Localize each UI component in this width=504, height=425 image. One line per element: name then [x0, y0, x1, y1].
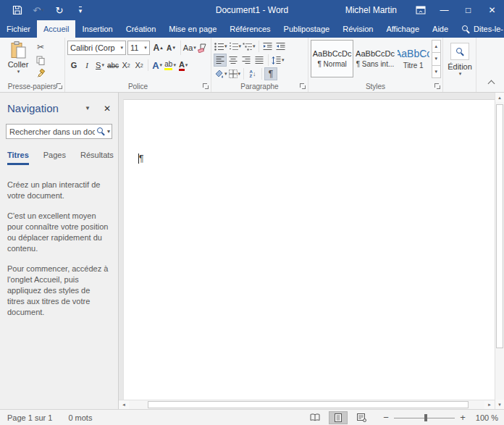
- styles-dialog-launcher[interactable]: [434, 83, 440, 89]
- style-heading1[interactable]: AaBbCc Titre 1: [397, 40, 430, 77]
- zoom-out-button[interactable]: −: [382, 412, 390, 423]
- borders-button[interactable]: ▾: [228, 67, 242, 80]
- ribbon-tab-bar: Fichier Accueil Insertion Création Mise …: [0, 20, 504, 38]
- vertical-scrollbar[interactable]: ▲ ▼: [495, 93, 504, 409]
- highlight-button[interactable]: ab▾: [164, 59, 177, 72]
- clipboard-dialog-launcher[interactable]: [56, 83, 62, 89]
- align-center-button[interactable]: [227, 54, 240, 67]
- multilevel-list-icon: [243, 43, 252, 51]
- bold-button[interactable]: G: [67, 59, 80, 72]
- vertical-scroll-track[interactable]: [495, 102, 504, 400]
- align-right-button[interactable]: [240, 54, 253, 67]
- maximize-button[interactable]: □: [456, 0, 480, 20]
- account-name[interactable]: Michel Martin: [345, 5, 397, 15]
- change-case-button[interactable]: Aa▾: [183, 41, 196, 54]
- style-name: Titre 1: [403, 62, 424, 70]
- tab-insertion[interactable]: Insertion: [75, 20, 119, 38]
- style-no-spacing[interactable]: AaBbCcDc ¶ Sans int...: [353, 40, 396, 77]
- font-name-combobox[interactable]: Calibri (Corp▾: [67, 41, 126, 55]
- editing-button[interactable]: Édition ▾: [445, 40, 474, 77]
- paragraph-dialog-launcher[interactable]: [300, 83, 306, 89]
- align-left-button[interactable]: [214, 54, 227, 67]
- nav-tab-titres[interactable]: Titres: [7, 151, 29, 165]
- scroll-left-button[interactable]: ◄: [119, 400, 129, 409]
- document-page[interactable]: ¶: [123, 99, 495, 400]
- strikethrough-button[interactable]: abc: [106, 59, 119, 72]
- clear-formatting-button[interactable]: [196, 41, 209, 54]
- scroll-down-button[interactable]: ▼: [495, 400, 504, 409]
- zoom-slider-thumb[interactable]: [424, 414, 427, 421]
- line-spacing-button[interactable]: ▾: [271, 54, 285, 67]
- decrease-indent-button[interactable]: [261, 40, 274, 53]
- horizontal-scroll-thumb[interactable]: [148, 401, 469, 408]
- view-read-mode-button[interactable]: [306, 411, 324, 424]
- ribbon-display-options-button[interactable]: [408, 0, 432, 20]
- show-formatting-marks-button[interactable]: ¶: [264, 67, 277, 80]
- sort-button[interactable]: AZ ↓: [246, 67, 259, 80]
- tab-aide[interactable]: Aide: [426, 20, 455, 38]
- superscript-button[interactable]: X2: [133, 59, 146, 72]
- zoom-slider[interactable]: [394, 413, 455, 422]
- copy-button[interactable]: [34, 54, 47, 66]
- tab-fichier[interactable]: Fichier: [0, 20, 37, 38]
- scroll-up-button[interactable]: ▲: [495, 93, 504, 102]
- underline-button[interactable]: S▾: [93, 59, 106, 72]
- minimize-button[interactable]: —: [432, 0, 456, 20]
- horizontal-scroll-track[interactable]: [129, 400, 484, 409]
- navigation-close-icon[interactable]: ✕: [104, 104, 111, 114]
- styles-more-button[interactable]: ▼: [432, 65, 441, 78]
- redo-button[interactable]: ↻: [54, 3, 65, 17]
- multilevel-list-button[interactable]: ▾: [242, 40, 256, 53]
- tab-creation[interactable]: Création: [119, 20, 163, 38]
- text-effects-button[interactable]: A▾: [151, 59, 164, 72]
- paste-button[interactable]: Coller ▾: [2, 40, 34, 80]
- view-web-layout-button[interactable]: [352, 411, 371, 424]
- nav-tab-resultats[interactable]: Résultats: [80, 151, 114, 165]
- nav-tab-pages[interactable]: Pages: [43, 151, 66, 165]
- font-dialog-launcher[interactable]: [203, 83, 209, 89]
- shrink-font-button[interactable]: A▼: [165, 41, 178, 54]
- style-normal[interactable]: AaBbCcDc ¶ Normal: [311, 40, 353, 77]
- zoom-level[interactable]: 100 %: [471, 413, 498, 422]
- cut-button[interactable]: ✂: [34, 41, 47, 53]
- tab-publipostage[interactable]: Publipostage: [277, 20, 337, 38]
- increase-indent-button[interactable]: [274, 40, 287, 53]
- view-print-layout-button[interactable]: [329, 411, 348, 424]
- bullets-button[interactable]: ▾: [214, 40, 228, 53]
- collapse-ribbon-button[interactable]: [488, 80, 495, 88]
- page-count-status[interactable]: Page 1 sur 1: [6, 413, 54, 422]
- word-count-status[interactable]: 0 mots: [67, 413, 93, 422]
- tab-references[interactable]: Références: [223, 20, 277, 38]
- numbering-button[interactable]: ▾: [228, 40, 243, 53]
- customize-qat-button[interactable]: ▾: [75, 3, 86, 17]
- subscript-button[interactable]: X2: [119, 59, 133, 72]
- save-button[interactable]: [12, 3, 23, 17]
- undo-button[interactable]: ↶▾: [33, 3, 44, 17]
- font-size-combobox[interactable]: 11▾: [127, 41, 150, 55]
- paste-label: Coller: [8, 60, 29, 69]
- italic-button[interactable]: I: [80, 59, 93, 72]
- format-painter-button[interactable]: [34, 67, 47, 79]
- scroll-right-button[interactable]: ►: [484, 400, 495, 409]
- close-button[interactable]: ✕: [480, 0, 504, 20]
- shading-button[interactable]: ▾: [214, 67, 228, 80]
- nav-search-dropdown-icon[interactable]: ▾: [107, 128, 110, 135]
- font-group: Calibri (Corp▾ 11▾ A▲ A▼ Aa▾ G I S▾ abc: [65, 38, 211, 92]
- justify-button[interactable]: [253, 54, 266, 67]
- tab-accueil[interactable]: Accueil: [37, 20, 75, 38]
- nav-search-icon[interactable]: [97, 127, 105, 135]
- font-color-button[interactable]: A▾: [177, 59, 190, 72]
- zoom-in-button[interactable]: +: [459, 412, 466, 423]
- styles-scroll-up-button[interactable]: ▲: [432, 40, 441, 53]
- tell-me-box[interactable]: Dites-le-: [456, 20, 504, 38]
- tab-mise-en-page[interactable]: Mise en page: [162, 20, 223, 38]
- grow-font-button[interactable]: A▲: [152, 41, 165, 54]
- styles-scroll-down-button[interactable]: ▼: [432, 52, 441, 65]
- tab-affichage[interactable]: Affichage: [379, 20, 426, 38]
- nav-search-input[interactable]: [9, 127, 95, 136]
- align-center-icon: [229, 56, 238, 64]
- vertical-scroll-thumb[interactable]: [496, 104, 503, 348]
- navigation-menu-arrow-icon[interactable]: ▼: [85, 105, 91, 111]
- horizontal-scrollbar[interactable]: ◄ ►: [119, 400, 495, 409]
- tab-revision[interactable]: Révision: [336, 20, 379, 38]
